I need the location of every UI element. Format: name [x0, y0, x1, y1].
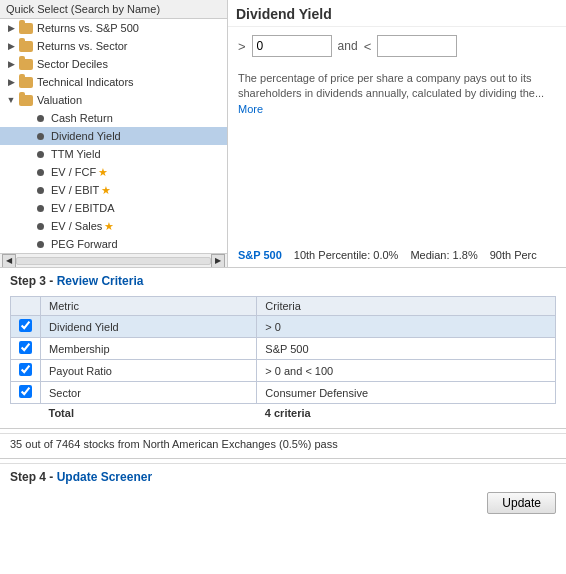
sidebar-item-label: Valuation: [37, 94, 82, 106]
criteria-checkbox[interactable]: [19, 341, 32, 354]
filter-row: > and <: [228, 27, 566, 65]
folder-icon: [18, 57, 34, 71]
filter-op1: >: [238, 39, 246, 54]
metric-cell: Payout Ratio: [41, 360, 257, 382]
panel-title: Dividend Yield: [236, 6, 332, 22]
more-link[interactable]: More: [238, 103, 263, 115]
percentile-median: Median: 1.8%: [410, 249, 477, 261]
sidebar-list[interactable]: ▶ Returns vs. S&P 500 ▶ Returns vs. Sect…: [0, 19, 227, 253]
scroll-left-btn[interactable]: ◀: [2, 254, 16, 268]
total-value: 4 criteria: [257, 404, 556, 423]
dot-icon: [32, 147, 48, 161]
sidebar-item-tech-indicators[interactable]: ▶ Technical Indicators: [0, 73, 227, 91]
filter-value2[interactable]: [377, 35, 457, 57]
tree-toggle[interactable]: ▶: [4, 75, 18, 89]
step4-title: Step 4 - Update Screener: [10, 470, 152, 484]
spacer: [18, 219, 32, 233]
sidebar-hscrollbar: ◀ ▶: [0, 253, 227, 267]
sidebar-header: Quick Select (Search by Name): [0, 0, 227, 19]
percentile-90th: 90th Perc: [490, 249, 537, 261]
right-panel: Dividend Yield > and < The percentage of…: [228, 0, 566, 267]
sidebar-item-returns-sector[interactable]: ▶ Returns vs. Sector: [0, 37, 227, 55]
criteria-total-row: Total 4 criteria: [11, 404, 556, 423]
criteria-cell: Consumer Defensive: [257, 382, 556, 404]
description-area: The percentage of price per share a comp…: [228, 65, 566, 245]
sidebar-item-label: Returns vs. Sector: [37, 40, 127, 52]
criteria-cell: > 0: [257, 316, 556, 338]
star-icon: ★: [101, 184, 111, 197]
dot-icon: [32, 183, 48, 197]
sidebar-item-ev-ebit[interactable]: EV / EBIT ★: [0, 181, 227, 199]
step4-title-text: Update Screener: [57, 470, 152, 484]
tree-toggle-valuation[interactable]: ▼: [4, 93, 18, 107]
filter-and-label: and: [338, 39, 358, 53]
spacer: [18, 111, 32, 125]
spacer: [18, 183, 32, 197]
percentile-sp500: S&P 500: [238, 249, 282, 261]
spacer: [18, 201, 32, 215]
sidebar-item-cash-return[interactable]: Cash Return: [0, 109, 227, 127]
dot-icon: [32, 237, 48, 251]
dot-icon: [32, 165, 48, 179]
total-empty: [11, 404, 41, 423]
criteria-row-dividend: Dividend Yield > 0: [11, 316, 556, 338]
star-icon: ★: [98, 166, 108, 179]
tree-toggle[interactable]: ▶: [4, 39, 18, 53]
filter-op2: <: [364, 39, 372, 54]
sidebar-item-dividend-yield[interactable]: Dividend Yield: [0, 127, 227, 145]
update-button[interactable]: Update: [487, 492, 556, 514]
star-icon: ★: [104, 220, 114, 233]
folder-icon: [18, 21, 34, 35]
sidebar-item-label: EV / FCF: [51, 166, 96, 178]
divider2: [0, 458, 566, 459]
scroll-track[interactable]: [16, 257, 211, 265]
criteria-cell: S&P 500: [257, 338, 556, 360]
sidebar-item-ttm-yield[interactable]: TTM Yield: [0, 145, 227, 163]
checkbox-cell: [11, 338, 41, 360]
criteria-row-membership: Membership S&P 500: [11, 338, 556, 360]
metric-cell: Dividend Yield: [41, 316, 257, 338]
tree-toggle[interactable]: ▶: [4, 21, 18, 35]
sidebar-item-label: EV / EBIT: [51, 184, 99, 196]
spacer: [18, 165, 32, 179]
scroll-right-btn[interactable]: ▶: [211, 254, 225, 268]
spacer: [18, 129, 32, 143]
criteria-cell: > 0 and < 100: [257, 360, 556, 382]
checkbox-cell: [11, 316, 41, 338]
sidebar: Quick Select (Search by Name) ▶ Returns …: [0, 0, 228, 267]
tree-toggle[interactable]: ▶: [4, 57, 18, 71]
pass-text: 35 out of 7464 stocks from North America…: [0, 433, 566, 454]
step4-section: Step 4 - Update Screener: [0, 463, 566, 488]
col-metric-header: Metric: [41, 297, 257, 316]
sidebar-item-sector-deciles[interactable]: ▶ Sector Deciles: [0, 55, 227, 73]
sidebar-item-returns-sp500[interactable]: ▶ Returns vs. S&P 500: [0, 19, 227, 37]
col-checkbox-header: [11, 297, 41, 316]
metric-cell: Sector: [41, 382, 257, 404]
sidebar-item-valuation[interactable]: ▼ Valuation: [0, 91, 227, 109]
checkbox-cell: [11, 382, 41, 404]
criteria-row-sector: Sector Consumer Defensive: [11, 382, 556, 404]
sidebar-item-label: Returns vs. S&P 500: [37, 22, 139, 34]
sidebar-item-ev-sales[interactable]: EV / Sales ★: [0, 217, 227, 235]
sidebar-item-label: Technical Indicators: [37, 76, 134, 88]
criteria-checkbox[interactable]: [19, 319, 32, 332]
dot-icon: [32, 219, 48, 233]
dot-icon: [32, 129, 48, 143]
sidebar-item-ev-fcf[interactable]: EV / FCF ★: [0, 163, 227, 181]
step4-row: Update: [0, 488, 566, 520]
dot-icon: [32, 111, 48, 125]
description-text: The percentage of price per share a comp…: [238, 72, 544, 99]
folder-icon: [18, 93, 34, 107]
step3-title: Step 3 - Review Criteria: [10, 274, 143, 288]
sidebar-item-label: PEG Forward: [51, 238, 118, 250]
percentile-row: S&P 500 10th Percentile: 0.0% Median: 1.…: [228, 245, 566, 267]
criteria-checkbox[interactable]: [19, 385, 32, 398]
sidebar-item-ev-ebitda[interactable]: EV / EBITDA: [0, 199, 227, 217]
sidebar-item-label: Cash Return: [51, 112, 113, 124]
criteria-checkbox[interactable]: [19, 363, 32, 376]
percentile-10th: 10th Percentile: 0.0%: [294, 249, 399, 261]
filter-value1[interactable]: [252, 35, 332, 57]
sidebar-item-peg-forward[interactable]: PEG Forward: [0, 235, 227, 253]
right-panel-header: Dividend Yield: [228, 0, 566, 27]
sidebar-item-label: Dividend Yield: [51, 130, 121, 142]
